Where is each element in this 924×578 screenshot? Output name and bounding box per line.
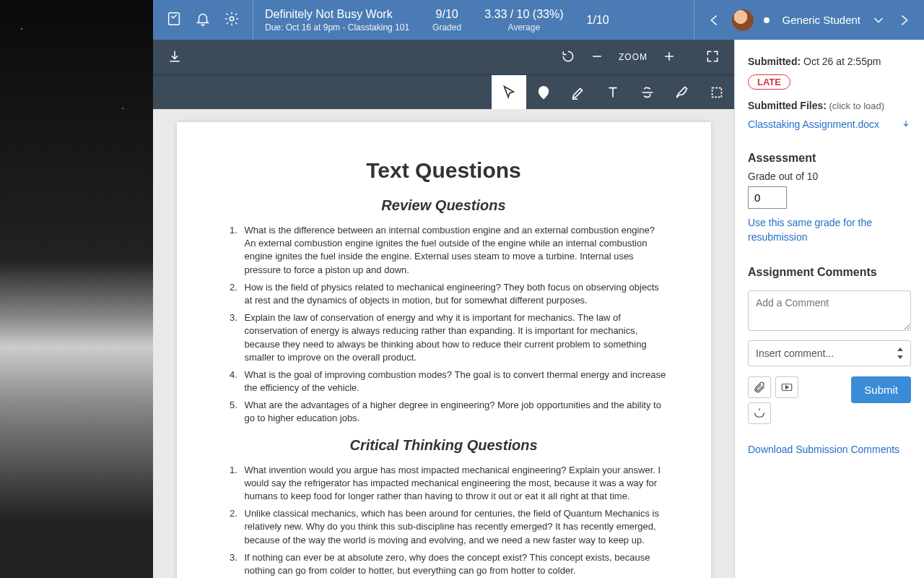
zoom-out-icon[interactable] [590, 49, 604, 66]
grade-out-of-label: Grade out of 10 [748, 171, 911, 182]
review-question-item: What are the advantages of a higher degr… [240, 399, 668, 425]
highlight-tool[interactable] [561, 75, 596, 110]
grading-sidebar: Submitted: Oct 26 at 2:55pm LATE Submitt… [735, 40, 924, 578]
assignment-title[interactable]: Definitely Not Busy Work [265, 8, 409, 21]
review-question-item: What is the goal of improving combustion… [240, 368, 668, 394]
rotate-icon[interactable] [561, 49, 575, 66]
document-pane: ZOOM [153, 40, 735, 578]
text-tool[interactable] [596, 75, 630, 110]
annotation-toolbar [153, 74, 734, 109]
grade-input[interactable] [748, 186, 787, 209]
fullscreen-icon[interactable] [705, 49, 720, 66]
download-file-icon[interactable] [901, 119, 911, 129]
submitted-timestamp: Oct 26 at 2:55pm [801, 56, 881, 67]
critical-question-item: If nothing can ever be at absolute zero,… [240, 551, 668, 577]
student-avatar[interactable] [732, 9, 754, 31]
document-scroll-area[interactable]: Text Questions Review Questions What is … [153, 109, 734, 578]
svg-rect-0 [169, 13, 180, 25]
critical-question-item: Unlike classical mechanics, which has be… [240, 507, 668, 547]
insert-comment-select[interactable]: Insert comment... [748, 340, 911, 366]
media-comment-button[interactable] [775, 376, 798, 398]
area-tool[interactable] [699, 75, 734, 110]
comments-heading: Assignment Comments [748, 266, 911, 279]
settings-gear-icon[interactable] [224, 11, 240, 29]
pointer-tool[interactable] [492, 75, 526, 110]
next-student-arrow-icon[interactable] [897, 12, 912, 28]
point-annotation-tool[interactable] [526, 75, 561, 110]
review-question-item: How is the field of physics related to m… [240, 281, 668, 307]
prev-student-arrow-icon[interactable] [706, 12, 722, 28]
review-question-item: What is the difference between an intern… [240, 224, 668, 277]
zoom-label: ZOOM [619, 52, 648, 62]
submission-status-dot [764, 17, 770, 23]
submitted-files-label: Submitted Files: [748, 100, 827, 111]
assignment-due-line: Due: Oct 16 at 9pm - Classtaking 101 [265, 22, 409, 33]
review-question-item: Explain the law of conservation of energ… [240, 311, 668, 364]
late-badge: LATE [748, 74, 790, 90]
gradebook-icon[interactable] [166, 11, 182, 29]
desktop-wallpaper [0, 0, 153, 578]
critical-heading: Critical Thinking Questions [220, 437, 668, 454]
download-icon[interactable] [167, 49, 182, 66]
use-same-grade-link[interactable]: Use this same grade for the resubmission [748, 216, 911, 244]
assessment-heading: Assessment [748, 152, 911, 165]
doc-title: Text Questions [220, 158, 668, 183]
svg-point-1 [230, 17, 234, 21]
student-dropdown-chevron-icon[interactable] [871, 12, 886, 28]
doc-viewer-toolbar: ZOOM [153, 40, 734, 74]
submission-progress: 1/10 [587, 14, 609, 27]
svg-rect-2 [712, 88, 722, 98]
graded-count: 9/10 [432, 8, 461, 21]
document-page: Text Questions Review Questions What is … [177, 122, 711, 578]
attach-file-button[interactable] [748, 376, 771, 398]
submitted-file-link[interactable]: Classtaking Assignment.docx [748, 118, 911, 130]
download-comments-link[interactable]: Download Submission Comments [748, 443, 911, 457]
speech-recognition-button[interactable] [748, 402, 771, 424]
strikeout-tool[interactable] [630, 75, 665, 110]
average-score: 3.33 / 10 (33%) [484, 8, 563, 21]
zoom-in-icon[interactable] [662, 49, 676, 66]
critical-question-item: What invention would you argue has most … [240, 464, 668, 504]
comment-textarea[interactable] [748, 290, 911, 331]
speedgrader-topbar: Definitely Not Busy Work Due: Oct 16 at … [153, 0, 924, 40]
freedraw-tool[interactable] [665, 75, 699, 110]
mute-notifications-icon[interactable] [195, 11, 211, 29]
submitted-label: Submitted: [748, 56, 801, 67]
student-name[interactable]: Generic Student [783, 14, 860, 26]
review-heading: Review Questions [220, 197, 668, 214]
submit-comment-button[interactable]: Submit [851, 376, 911, 403]
